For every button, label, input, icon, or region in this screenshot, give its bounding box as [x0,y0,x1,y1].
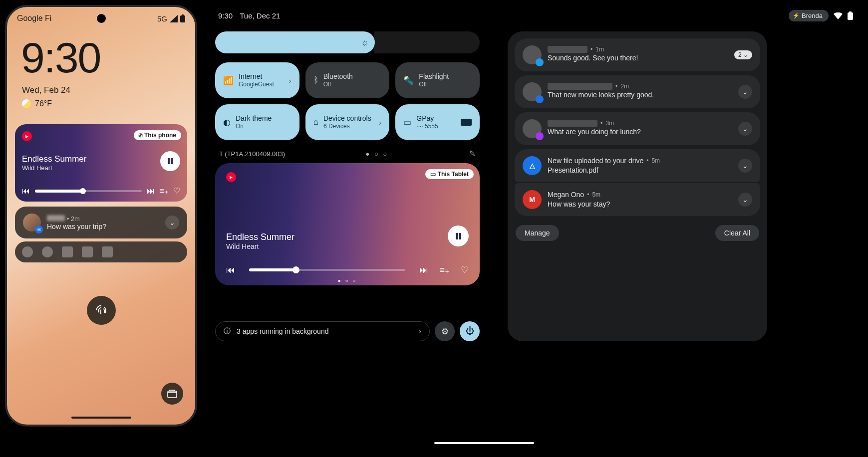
edit-tiles-button[interactable]: ✎ [469,149,476,158]
svg-rect-2 [168,158,170,164]
qs-tile-dark-theme[interactable]: ◐ Dark theme On [215,104,299,140]
cast-chip[interactable]: ⎚ This phone [134,130,181,140]
brightness-icon: ☼ [361,37,369,48]
next-button[interactable]: ⏭ [419,265,428,275]
battery-icon [848,11,853,20]
queue-icon[interactable]: ≡₊ [439,264,450,275]
phone-media-card[interactable]: ▶ ⎚ This phone Endless Summer Wild Heart… [15,124,187,202]
notif-body: How was your trip? [47,223,106,230]
next-button[interactable]: ⏭ [147,187,155,196]
svg-rect-1 [182,14,184,16]
nav-handle[interactable] [71,417,131,419]
wallet-button[interactable] [161,383,183,405]
bt-icon: ᛒ [313,75,318,85]
carrier-label: Google Fi [17,14,51,23]
qs-tile-device-controls[interactable]: ⌂ Device controls 6 Devices› [305,104,390,140]
phone-notification[interactable]: ✉ • 2m How was your trip? ⌄ [15,207,187,238]
facebook-icon [42,246,53,257]
sender-name-blurred [47,215,65,221]
messages-badge-icon: ✉ [35,226,43,233]
chevron-right-icon: › [289,76,291,85]
expand-button[interactable]: ⌄ [738,85,752,99]
expand-button[interactable]: ⌄ [738,159,752,173]
favorite-icon[interactable]: ♡ [461,264,469,275]
notif-item[interactable]: • 1m Sounds good. See you there!2 ⌄ [515,38,760,71]
clear-all-button[interactable]: Clear All [715,225,759,241]
notif-age: 5m [592,191,600,198]
chevron-right-icon: › [419,327,421,336]
settings-button[interactable]: ⚙ [435,321,455,341]
lock-date: Wed, Feb 24 [7,82,195,95]
notif-count-chip[interactable]: 2 ⌄ [734,50,752,59]
cast-label: This phone [144,132,176,139]
youtube-music-icon: ▶ [226,172,236,182]
media-progress[interactable] [249,269,405,271]
tablet-date: Tue, Dec 21 [240,11,280,20]
favorite-icon[interactable]: ♡ [173,186,180,196]
notif-item[interactable]: • 2m That new movie looks pretty good.⌄ [515,75,760,108]
user-chip[interactable]: ⚡ Brenda [789,10,829,21]
app-icon-1 [22,246,33,257]
expand-button[interactable]: ⌄ [738,122,752,136]
cast-chip[interactable]: ▭ This Tablet [425,169,474,179]
weather-temp: 76°F [35,99,52,108]
qs-tile-internet[interactable]: 📶 Internet GoogleGuest› [215,62,299,98]
sender-name-blurred [548,83,612,90]
phone-lockscreen: Google Fi 5G 9:30 Wed, Feb 24 76°F ▶ ⎚ T… [5,5,197,427]
tile-sub: On [236,123,272,130]
prev-button[interactable]: ⏮ [22,187,30,196]
app-icon-5 [102,246,113,257]
media-page-dots: ● ○ ○ [338,278,357,283]
wifi-icon: 📶 [223,75,234,86]
qs-tile-flashlight[interactable]: 🔦 Flashlight Off [395,62,480,98]
brightness-slider[interactable]: ☼ [215,31,375,53]
notif-body: Presentation.pdf [548,166,732,174]
network-badge: 5G [157,14,167,23]
qs-tile-bluetooth[interactable]: ᛒ Bluetooth Off [305,62,390,98]
qs-tile-gpay[interactable]: ▭ GPay ···· 5555 [395,104,480,140]
notif-icon-row[interactable] [15,241,187,262]
cast-icon: ⎚ [139,132,142,139]
svg-rect-6 [849,11,852,13]
expand-button[interactable]: ⌄ [738,193,752,207]
prev-button[interactable]: ⏮ [226,265,235,275]
flash-icon: 🔦 [403,75,414,86]
notif-item[interactable]: △ New file uploaded to your drive • 5m P… [515,149,760,182]
tablet-clock: 9:30 [218,11,233,20]
svg-rect-7 [456,233,458,239]
svg-rect-5 [848,12,853,20]
power-button[interactable]: ⏻ [460,321,480,341]
pause-button[interactable] [160,151,180,171]
twitter-badge-icon [536,58,544,66]
svg-rect-3 [171,158,173,164]
tablet-icon: ▭ [430,171,436,178]
media-artist: Wild Heart [22,164,180,172]
tile-title: GPay [416,114,438,123]
tablet-media-card[interactable]: ▶ ▭ This Tablet Endless Summer Wild Hear… [215,163,480,285]
expand-button[interactable]: ⌄ [165,216,179,229]
weather-icon [22,99,31,108]
media-progress[interactable] [35,190,142,192]
notif-separator: • [615,83,617,90]
notif-item[interactable]: M Megan Ono • 5m How was your stay?⌄ [515,183,760,216]
avatar [523,119,542,138]
media-title: Endless Summer [226,232,469,242]
avatar [523,45,542,64]
tile-title: Dark theme [236,114,272,123]
notif-age: 1m [595,46,604,53]
tablet-nav-handle[interactable] [434,442,534,444]
tile-sub: Off [419,81,449,88]
pause-button[interactable] [448,226,469,246]
notif-separator: • [67,215,71,223]
fingerprint-button[interactable] [87,296,116,325]
brightness-track[interactable] [374,31,480,53]
youtube-icon [62,246,73,257]
manage-button[interactable]: Manage [516,225,559,241]
sender-name-blurred [548,120,597,127]
cast-label: This Tablet [438,171,469,178]
background-apps-pill[interactable]: ⓘ 3 apps running in background › [215,321,430,341]
weather-chip[interactable]: 76°F [7,95,195,108]
notif-item[interactable]: • 3m What are you doing for lunch?⌄ [515,112,760,145]
home-icon: ⌂ [313,117,318,127]
queue-icon[interactable]: ≡₊ [160,186,168,196]
